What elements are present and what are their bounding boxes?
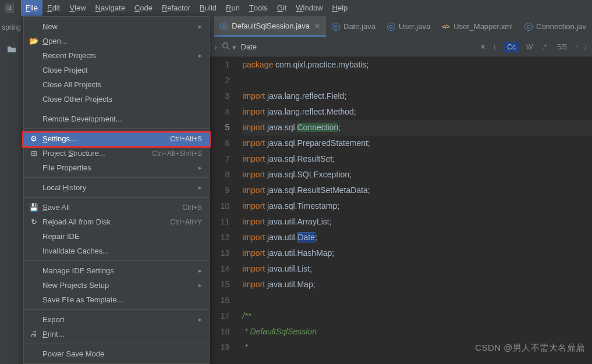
menu-item-navigate[interactable]: Navigate bbox=[91, 0, 130, 16]
menu-save-all[interactable]: 💾Save AllCtrl+S bbox=[24, 200, 209, 215]
menu-new[interactable]: New▸ bbox=[24, 19, 209, 34]
menu-print[interactable]: 🖨Print... bbox=[24, 327, 209, 341]
menu-item-run[interactable]: Run bbox=[221, 0, 244, 16]
menu-item-code[interactable]: Code bbox=[130, 0, 157, 16]
whole-word-toggle[interactable]: W bbox=[524, 42, 535, 52]
watermark-text: CSDN @男人不需大名鼎鼎 bbox=[475, 342, 585, 354]
find-collapse-icon[interactable]: › bbox=[214, 42, 217, 52]
left-gutter: spring bbox=[0, 16, 23, 364]
class-icon: C bbox=[387, 23, 395, 31]
menu-export[interactable]: Export▸ bbox=[24, 312, 209, 327]
find-count: 5/5 bbox=[557, 43, 567, 51]
menu-close-other-projects[interactable]: Close Other Projects bbox=[24, 92, 209, 106]
close-icon[interactable]: ✕ bbox=[314, 22, 320, 30]
menubar: IJ FileEditViewNavigateCodeRefactorBuild… bbox=[0, 0, 592, 16]
save-icon: 💾 bbox=[29, 203, 39, 212]
menu-item-edit[interactable]: Edit bbox=[42, 0, 65, 16]
menu-item-tools[interactable]: Tools bbox=[244, 0, 272, 16]
line-gutter: 12345678910111213141516171819 bbox=[210, 57, 240, 364]
class-icon: C bbox=[524, 23, 533, 31]
code-lines[interactable]: package com.qixl.practice.mybatis; impor… bbox=[240, 57, 592, 364]
tab-date-java[interactable]: CDate.java bbox=[326, 16, 381, 37]
regex-toggle[interactable]: .* bbox=[540, 42, 549, 52]
open-icon: 📂 bbox=[29, 37, 39, 45]
svg-line-1 bbox=[228, 48, 230, 50]
project-crumb[interactable]: spring bbox=[0, 21, 23, 34]
tab-user-java[interactable]: CUser.java bbox=[381, 16, 436, 37]
gear-icon: ⚙ bbox=[29, 134, 39, 143]
menu-close-all-projects[interactable]: Close All Projects bbox=[24, 77, 209, 92]
menu-reload-all-from-disk[interactable]: ↻Reload All from DiskCtrl+Alt+Y bbox=[24, 215, 209, 229]
project-tool-icon[interactable] bbox=[7, 45, 16, 53]
reload-icon: ↻ bbox=[29, 217, 39, 226]
search-icon: ▾ bbox=[222, 42, 236, 52]
menu-item-build[interactable]: Build bbox=[195, 0, 221, 16]
menu-recent-projects[interactable]: Recent Projects▸ bbox=[24, 48, 209, 63]
menu-item-refactor[interactable]: Refactor bbox=[157, 0, 195, 16]
find-input[interactable] bbox=[241, 42, 476, 51]
find-bar: › ▾ ✕ ⫶ Cc W .* 5/5 ↑ ↓ bbox=[210, 37, 592, 57]
menu-open[interactable]: 📂Open... bbox=[24, 34, 209, 48]
filter-icon[interactable]: ⫶ bbox=[491, 42, 499, 52]
class-icon: C bbox=[332, 23, 340, 31]
match-case-toggle[interactable]: Cc bbox=[504, 42, 519, 52]
menu-settings[interactable]: ⚙Settings...Ctrl+Alt+S bbox=[24, 131, 209, 146]
file-menu-dropdown: New▸📂Open...Recent Projects▸Close Projec… bbox=[23, 16, 210, 364]
menu-item-window[interactable]: Window bbox=[291, 0, 327, 16]
menu-file-properties[interactable]: File Properties▸ bbox=[24, 160, 209, 175]
editor-area: CDefaultSqlSession.java✕CDate.javaCUser.… bbox=[210, 16, 592, 364]
menu-item-view[interactable]: View bbox=[65, 0, 90, 16]
menu-remote-development[interactable]: Remote Development... bbox=[24, 112, 209, 126]
menu-manage-ide-settings[interactable]: Manage IDE Settings▸ bbox=[24, 263, 209, 278]
editor-tabs: CDefaultSqlSession.java✕CDate.javaCUser.… bbox=[210, 16, 592, 37]
find-next-icon[interactable]: ↓ bbox=[584, 42, 588, 51]
menu-close-project[interactable]: Close Project bbox=[24, 63, 209, 77]
menu-repair-ide[interactable]: Repair IDE bbox=[24, 229, 209, 244]
class-icon: C bbox=[220, 22, 228, 30]
menu-save-file-as-template[interactable]: Save File as Template... bbox=[24, 292, 209, 307]
code-editor[interactable]: 12345678910111213141516171819 package co… bbox=[210, 57, 592, 364]
menu-project-structure[interactable]: ⊞Project Structure...Ctrl+Alt+Shift+S bbox=[24, 146, 209, 160]
menu-new-projects-setup[interactable]: New Projects Setup▸ bbox=[24, 278, 209, 292]
menu-item-git[interactable]: Git bbox=[272, 0, 292, 16]
menu-item-help[interactable]: Help bbox=[328, 0, 353, 16]
app-logo-icon: IJ bbox=[5, 3, 14, 13]
print-icon: 🖨 bbox=[29, 330, 39, 338]
clear-icon[interactable]: ✕ bbox=[480, 42, 486, 51]
tab-user-mapper-xml[interactable]: </>User_Mapper.xml bbox=[436, 16, 519, 37]
xml-icon: </> bbox=[442, 23, 450, 31]
menu-local-history[interactable]: Local History▸ bbox=[24, 180, 209, 195]
menu-power-save-mode[interactable]: Power Save Mode bbox=[24, 347, 209, 361]
svg-point-0 bbox=[223, 43, 228, 48]
tab-defaultsqlsession-java[interactable]: CDefaultSqlSession.java✕ bbox=[214, 16, 326, 37]
menu-item-file[interactable]: File bbox=[21, 0, 42, 16]
find-prev-icon[interactable]: ↑ bbox=[575, 42, 579, 51]
menu-invalidate-caches[interactable]: Invalidate Caches... bbox=[24, 244, 209, 258]
struct-icon: ⊞ bbox=[29, 149, 39, 158]
tab-connection-jav[interactable]: CConnection.jav bbox=[519, 16, 592, 37]
